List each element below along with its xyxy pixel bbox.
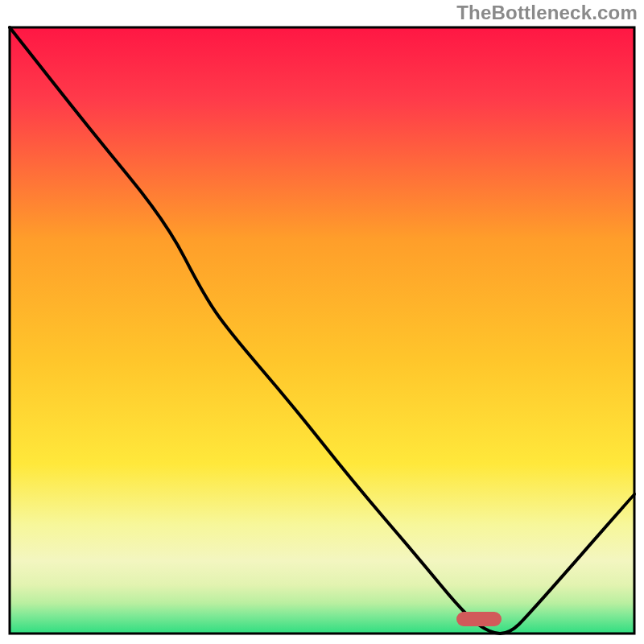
watermark-label: TheBottleneck.com <box>456 2 638 24</box>
bottleneck-curve <box>10 27 634 634</box>
sweet-spot-marker <box>456 612 502 626</box>
chart-stage: TheBottleneck.com <box>0 0 644 644</box>
chart-curve-layer <box>0 0 644 644</box>
